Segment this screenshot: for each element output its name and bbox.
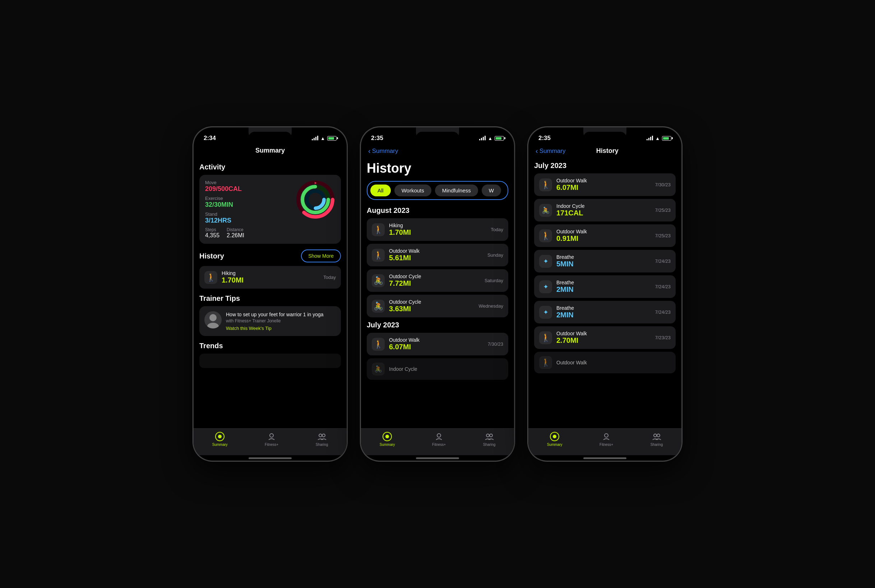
tab-fitness-3[interactable]: Fitness+ (600, 432, 613, 447)
p3-item-1[interactable]: 🚶 Outdoor Walk 6.07MI 7/30/23 (534, 173, 676, 196)
screen-content-2[interactable]: History All Workouts Mindfulness W Augus… (361, 158, 514, 428)
p2-item-4[interactable]: 🚴 Outdoor Cycle 3.63MI Wednesday (367, 295, 508, 317)
trainer-card[interactable]: How to set up your feet for warrior 1 in… (199, 306, 341, 336)
p2-info-5: Outdoor Walk 6.07MI (389, 337, 484, 351)
p2-value-2: 5.61MI (389, 254, 483, 262)
indoor-icon-1: 🚴 (374, 365, 382, 373)
p2-name-6: Indoor Cycle (389, 366, 503, 372)
p3-breathe-1: ✦ (543, 257, 549, 265)
svg-point-13 (437, 434, 441, 437)
p3-item-2[interactable]: 🚴 Indoor Cycle 171CAL 7/25/23 (534, 199, 676, 222)
p2-date-4: Wednesday (479, 303, 503, 309)
tab-fitness-1[interactable]: Fitness+ (265, 432, 278, 447)
p2-item-1[interactable]: 🚶 Hiking 1.70MI Today (367, 218, 508, 241)
p3-value-2: 171CAL (556, 209, 651, 217)
svg-text:➤: ➤ (314, 181, 317, 185)
steps-value: 4,355 (205, 232, 220, 239)
tip-link[interactable]: Watch this Week's Tip (226, 326, 324, 331)
show-more-button[interactable]: Show More (301, 249, 341, 262)
p3-item-7[interactable]: 🚶 Outdoor Walk 2.70MI 7/23/23 (534, 326, 676, 349)
tab-sharing-3[interactable]: Sharing (651, 432, 663, 447)
p3-indoor-1: 🚴 (542, 206, 550, 214)
dynamic-island-3 (583, 132, 627, 144)
dynamic-island-1 (248, 132, 292, 144)
p2-name-4: Outdoor Cycle (389, 299, 475, 305)
p3-name-8: Outdoor Walk (556, 360, 671, 365)
filter-row: All Workouts Mindfulness W (367, 181, 508, 200)
p3-date-5: 7/24/23 (655, 284, 671, 290)
p2-date-1: Today (491, 227, 503, 232)
nav-1: Summary (194, 146, 347, 157)
trainer-text: How to set up your feet for warrior 1 in… (226, 311, 324, 331)
filter-mindfulness[interactable]: Mindfulness (435, 184, 478, 196)
tab-fitness-2[interactable]: Fitness+ (432, 432, 446, 447)
back-chevron-2: ‹ (368, 147, 371, 155)
phone-2: 2:35 ▲ ‹ Sum (360, 127, 515, 461)
svg-point-16 (604, 434, 608, 437)
p2-item-5[interactable]: 🚶 Outdoor Walk 6.07MI 7/30/23 (367, 333, 508, 356)
back-label-3: Summary (540, 147, 566, 155)
p3-name-1: Outdoor Walk (556, 178, 651, 183)
move-stat: Move 209/500CAL (205, 180, 291, 193)
phone-1: 2:34 ▲ Summary (193, 127, 347, 461)
p3-info-2: Indoor Cycle 171CAL (556, 203, 651, 217)
p2-item-2[interactable]: 🚶 Outdoor Walk 5.61MI Sunday (367, 244, 508, 266)
trends-section-header: Trends (199, 342, 341, 350)
tab-sharing-1[interactable]: Sharing (316, 432, 328, 447)
tab-summary-1[interactable]: Summary (212, 432, 228, 447)
p2-name-1: Hiking (389, 223, 486, 228)
activity-section-header: Activity (199, 163, 341, 171)
screen-content-3[interactable]: July 2023 🚶 Outdoor Walk 6.07MI 7/30/23 … (528, 158, 681, 428)
screen-content-1[interactable]: Activity Move 209/500CAL Exercise 32/30M… (194, 157, 347, 428)
filter-workouts[interactable]: Workouts (394, 184, 431, 196)
history-item-hiking[interactable]: 🚶 Hiking 1.70MI Today (199, 266, 341, 289)
p3-walk-3: 🚶 (541, 333, 551, 342)
p3-value-7: 2.70MI (556, 336, 651, 345)
distance-label: Distance (227, 227, 244, 232)
cycle-icon-1: 🚴 (374, 276, 383, 285)
trainer-avatar (204, 311, 222, 328)
p3-breathe-3: ✦ (543, 308, 549, 316)
p3-icon-2: 🚴 (539, 204, 552, 217)
walk-icon-3: 🚶 (374, 250, 383, 260)
workout-info-hiking: Hiking 1.70MI (222, 270, 319, 284)
p3-info-8: Outdoor Walk (556, 360, 671, 365)
battery-icon-3 (662, 136, 671, 141)
p3-walk-4: 🚶 (541, 358, 551, 367)
filter-all[interactable]: All (370, 184, 391, 196)
p3-name-6: Breathe (556, 305, 651, 311)
phone-3: 2:35 ▲ ‹ Sum (528, 127, 682, 461)
back-button-2[interactable]: ‹ Summary (368, 147, 398, 155)
p3-name-4: Breathe (556, 254, 651, 260)
summary-tab-label-2: Summary (380, 442, 395, 447)
nav-2: ‹ Summary (361, 146, 514, 158)
p2-icon-4: 🚴 (372, 300, 385, 313)
svg-point-9 (207, 323, 219, 328)
p3-item-3[interactable]: 🚶 Outdoor Walk 0.91MI 7/25/23 (534, 224, 676, 247)
tab-sharing-2[interactable]: Sharing (483, 432, 495, 447)
p2-item-3[interactable]: 🚴 Outdoor Cycle 7.72MI Saturday (367, 269, 508, 292)
p3-item-4[interactable]: ✦ Breathe 5MIN 7/24/23 (534, 250, 676, 273)
p3-info-5: Breathe 2MIN (556, 280, 651, 294)
sharing-tab-label-2: Sharing (483, 442, 495, 447)
fitness-tab-label-1: Fitness+ (265, 442, 278, 447)
tab-summary-2[interactable]: Summary (380, 432, 395, 447)
filter-w[interactable]: W (482, 184, 501, 196)
p2-item-6[interactable]: 🚴 Indoor Cycle (367, 358, 508, 380)
p3-item-5[interactable]: ✦ Breathe 2MIN 7/24/23 (534, 275, 676, 298)
p2-name-3: Outdoor Cycle (389, 273, 480, 279)
p3-value-6: 2MIN (556, 311, 651, 319)
p3-date-1: 7/30/23 (655, 182, 671, 188)
p3-item-8[interactable]: 🚶 Outdoor Walk (534, 352, 676, 374)
svg-point-14 (486, 434, 489, 437)
p2-date-2: Sunday (487, 252, 503, 258)
home-indicator-3 (583, 458, 627, 459)
fitness-tab-label-3: Fitness+ (600, 442, 613, 447)
p3-info-1: Outdoor Walk 6.07MI (556, 178, 651, 192)
back-button-3[interactable]: ‹ Summary (535, 147, 565, 155)
p3-item-6[interactable]: ✦ Breathe 2MIN 7/24/23 (534, 301, 676, 323)
tab-summary-3[interactable]: Summary (547, 432, 562, 447)
p3-date-3: 7/25/23 (655, 233, 671, 238)
p2-value-3: 7.72MI (389, 279, 480, 288)
history-label: History (199, 252, 224, 260)
